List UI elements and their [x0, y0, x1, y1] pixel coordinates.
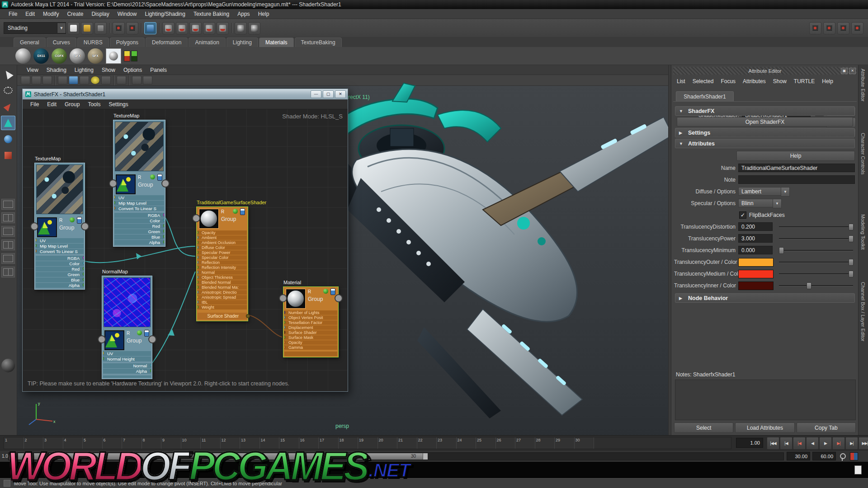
raise-panels-icon[interactable] [809, 22, 821, 34]
go-to-end-button[interactable]: ▶▶| [859, 437, 868, 450]
side-tab-attribute-editor[interactable]: Attribute Editor [860, 69, 866, 102]
shelf-tab-texturebaking[interactable]: TextureBaking [295, 38, 342, 47]
menu-modify[interactable]: Modify [39, 11, 63, 17]
shaderfx-menu-tools[interactable]: Tools [84, 101, 104, 108]
save-scene-icon[interactable] [94, 22, 107, 34]
wireframe-mode-icon[interactable] [58, 76, 67, 84]
frame-28[interactable]: 28 [535, 437, 555, 449]
translucencyouter-color-slider[interactable] [779, 262, 853, 263]
new-scene-icon[interactable] [67, 22, 80, 34]
outliner-persp-layout-icon[interactable] [851, 22, 863, 34]
port-uv[interactable] [103, 351, 104, 355]
ae-menu-turtle[interactable]: TURTLE [790, 78, 818, 84]
node-body[interactable]: RGroupUVMip Map LevelConvert To Linear S… [113, 120, 165, 247]
animation-end-field[interactable]: 60.00 [812, 452, 836, 460]
port-ibl[interactable] [198, 300, 198, 304]
isolate-select-icon[interactable] [117, 76, 126, 84]
menu-apps[interactable]: Apps [233, 11, 254, 17]
persp-outliner-layout-button[interactable] [1, 253, 15, 264]
name-field[interactable]: TraditionalGameSurfaceShader [738, 164, 855, 172]
snap-to-grid-icon[interactable] [162, 22, 175, 34]
shelf-tab-general[interactable]: General [14, 38, 46, 47]
port-ambient-occlusion[interactable] [198, 240, 198, 244]
translucencypower-field[interactable]: 3.000 [738, 234, 773, 243]
section-node-behavior[interactable]: ▶Node Behavior [675, 293, 855, 303]
port-ambient[interactable] [198, 235, 198, 239]
translucencyinner-color-swatch[interactable] [738, 282, 774, 290]
node-material[interactable]: MaterialRGroupNumber of LightsVObject Ve… [283, 286, 339, 357]
group-output-port[interactable] [335, 294, 343, 302]
current-time-field[interactable]: 1.00 [736, 438, 763, 448]
shelf-tab-curves[interactable]: Curves [47, 38, 76, 47]
port-color[interactable] [163, 218, 164, 222]
maximize-button[interactable]: ▢ [323, 90, 334, 98]
node-surface-shader[interactable]: TraditionalGameSurfaceShaderRGroupOpacit… [196, 206, 248, 321]
range-end-handle[interactable] [423, 453, 428, 460]
use-all-lights-icon[interactable] [90, 76, 100, 84]
smooth-shade-mode-icon[interactable] [69, 76, 78, 84]
step-back-frame-button[interactable]: |◀ [780, 437, 793, 450]
section-shaderfx[interactable]: ▼ShaderFX [675, 106, 855, 116]
shelf-item-shaderfx-game-ball[interactable]: SFX [88, 48, 103, 64]
step-back-key-button[interactable]: |◀ [793, 437, 806, 450]
shelf-item-shaderfx-ball[interactable]: SFX [70, 48, 85, 64]
port-normal[interactable] [150, 363, 151, 367]
four-pane-layout-button[interactable] [1, 239, 15, 250]
menu-window[interactable]: Window [113, 11, 141, 17]
port-normal[interactable] [198, 270, 198, 274]
shaderfx-titlebar[interactable]: ShaderFX - ShaderfxShader1 —▢✕ [23, 89, 348, 99]
port-surface-shader[interactable] [246, 314, 250, 318]
snap-to-point-icon[interactable] [189, 22, 202, 34]
port-diffuse-color[interactable] [198, 245, 198, 249]
port-object-vertex-posit[interactable] [284, 315, 285, 319]
scale-tool[interactable] [1, 148, 15, 163]
attribute-editor-titlebar[interactable]: Attribute Editor ▣ ✕ [673, 67, 857, 75]
port-reflection[interactable] [198, 260, 198, 264]
ae-menu-show[interactable]: Show [769, 78, 790, 84]
open-shaderfx-button[interactable]: Open ShaderFX [677, 117, 853, 127]
close-icon[interactable]: ✕ [849, 68, 856, 74]
shelf-item-dx11-shader-ball[interactable]: DX11 [33, 48, 49, 64]
frame-27[interactable]: 27 [515, 437, 535, 449]
wireframe-on-shaded-icon[interactable] [143, 76, 152, 84]
translucencyinner-color-slider[interactable] [779, 285, 853, 286]
group-output-port[interactable] [161, 179, 170, 188]
hypershade-persp-layout-button[interactable] [1, 267, 15, 277]
slider-handle[interactable] [849, 235, 854, 242]
translucencyminimum-slider[interactable] [779, 250, 853, 251]
ipr-render-icon[interactable] [248, 22, 260, 34]
grease-pencil-icon[interactable] [42, 76, 52, 84]
camera-attributes-icon[interactable] [32, 76, 41, 84]
menu-lighting-shading[interactable]: Lighting/Shading [141, 11, 189, 17]
translucencyminimum-field[interactable]: 0.000 [738, 246, 773, 254]
node-texturemap-top[interactable]: TextureMapRGroupUVMip Map LevelConvert T… [113, 120, 165, 247]
two-pane-stacked-layout-button[interactable] [1, 226, 15, 237]
two-pane-side-layout-button[interactable] [1, 212, 15, 223]
port-opacity[interactable]: V [284, 340, 285, 344]
shelf-tab-materials[interactable]: Materials [259, 38, 294, 47]
animation-preferences-icon[interactable] [850, 452, 858, 460]
shaderfx-menu-group[interactable]: Group [61, 101, 84, 108]
frame-25[interactable]: 25 [476, 437, 496, 449]
port-displacement[interactable] [284, 325, 285, 329]
shaderfx-menu-edit[interactable]: Edit [43, 101, 61, 108]
slider-handle[interactable] [849, 259, 854, 266]
node-body[interactable]: RGroupNumber of LightsVObject Vertex Pos… [283, 286, 339, 357]
minimize-button[interactable]: — [311, 90, 321, 98]
slider-handle[interactable] [849, 224, 854, 230]
port-red[interactable] [83, 267, 84, 271]
port-blended-normal-ma[interactable] [198, 285, 198, 289]
step-forward-frame-button[interactable]: ▶| [845, 437, 858, 450]
group-input-port[interactable] [279, 294, 287, 302]
close-button[interactable]: ✕ [335, 90, 346, 98]
panel-menu-show[interactable]: Show [98, 67, 119, 73]
perspective-viewport[interactable]: ViewShadingLightingShowOptionsPanels rec… [17, 65, 668, 435]
shelf-item-cgfx-shader-ball[interactable]: CGFX [52, 48, 67, 64]
shelf-item-standard-material-ball[interactable] [15, 48, 31, 64]
port-anisotropic-spread[interactable] [198, 295, 198, 299]
panel-menu-shading[interactable]: Shading [42, 67, 71, 73]
translucencyouter-color-swatch[interactable] [738, 258, 774, 267]
float-panel-icon[interactable]: ▣ [841, 68, 848, 74]
shelf-tab-nurbs[interactable]: NURBS [77, 38, 109, 47]
specular-options-dropdown[interactable]: Blinn▼ [738, 199, 774, 207]
